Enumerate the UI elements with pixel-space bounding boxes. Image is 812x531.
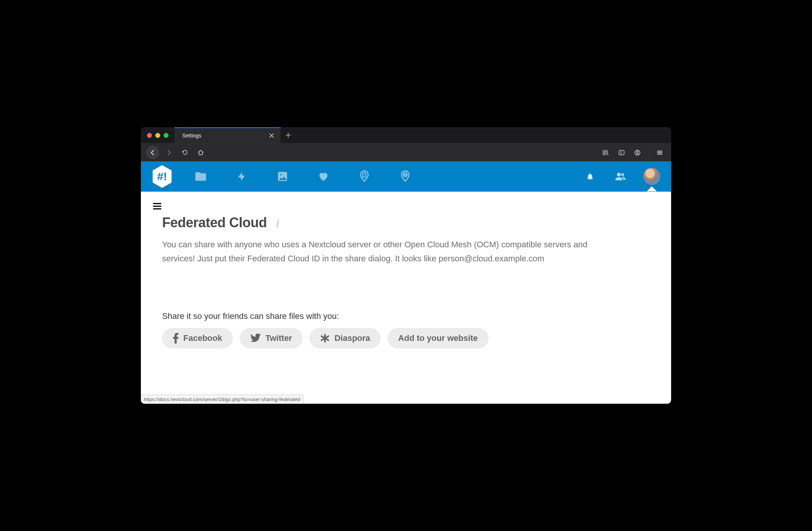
location-icon[interactable] xyxy=(357,169,372,184)
window-close-button[interactable] xyxy=(147,133,152,138)
activity-icon[interactable] xyxy=(234,169,249,184)
page-description: You can share with anyone who uses a Nex… xyxy=(151,231,598,266)
account-button[interactable] xyxy=(631,147,643,159)
share-buttons: Facebook Twitter Diaspora Add to your we… xyxy=(151,321,650,353)
app-logo[interactable]: #! xyxy=(151,164,173,189)
svg-point-3 xyxy=(637,151,639,153)
favorites-icon[interactable] xyxy=(316,169,331,184)
share-diaspora-label: Diaspora xyxy=(334,333,370,343)
diaspora-icon xyxy=(320,333,330,343)
new-tab-button[interactable] xyxy=(281,127,296,143)
notifications-icon[interactable] xyxy=(582,169,598,184)
analytics-icon[interactable] xyxy=(398,169,413,184)
app-header: #! xyxy=(141,161,671,192)
share-twitter-button[interactable]: Twitter xyxy=(240,328,303,348)
contacts-icon[interactable] xyxy=(613,169,628,184)
gallery-icon[interactable] xyxy=(275,169,290,184)
svg-rect-6 xyxy=(363,173,366,177)
share-facebook-label: Facebook xyxy=(183,333,222,343)
share-twitter-label: Twitter xyxy=(265,333,292,343)
window-controls xyxy=(141,127,175,143)
add-to-website-label: Add to your website xyxy=(398,333,478,343)
share-label: Share it so your friends can share files… xyxy=(151,311,650,321)
app-nav xyxy=(193,169,413,184)
section-heading: Federated Cloud i xyxy=(151,215,650,231)
library-button[interactable] xyxy=(600,147,612,159)
status-bar: https://docs.nextcloud.com/server/16/go.… xyxy=(141,395,303,404)
sidebar-button[interactable] xyxy=(615,147,628,159)
share-diaspora-button[interactable]: Diaspora xyxy=(309,328,381,348)
page-title: Federated Cloud xyxy=(162,215,267,231)
info-icon[interactable]: i xyxy=(276,217,280,229)
avatar[interactable] xyxy=(643,168,661,185)
settings-menu-button[interactable] xyxy=(151,199,164,213)
svg-text:#!: #! xyxy=(157,170,167,183)
files-icon[interactable] xyxy=(193,169,208,184)
browser-window: Settings xyxy=(141,127,671,404)
header-right xyxy=(582,168,661,185)
tab-title: Settings xyxy=(182,133,201,139)
svg-rect-0 xyxy=(619,150,624,155)
browser-toolbar xyxy=(141,143,671,161)
titlebar: Settings xyxy=(141,127,671,143)
forward-button[interactable] xyxy=(163,147,175,159)
add-to-website-button[interactable]: Add to your website xyxy=(387,328,488,348)
content-area: Federated Cloud i You can share with any… xyxy=(141,192,671,404)
window-maximize-button[interactable] xyxy=(164,133,169,138)
twitter-icon xyxy=(250,334,261,343)
facebook-icon xyxy=(173,333,179,344)
home-button[interactable] xyxy=(195,147,207,159)
share-facebook-button[interactable]: Facebook xyxy=(162,328,233,348)
browser-tab[interactable]: Settings xyxy=(175,127,281,143)
back-button[interactable] xyxy=(146,146,159,159)
window-minimize-button[interactable] xyxy=(155,133,160,138)
app-menu-button[interactable] xyxy=(654,147,666,159)
tab-close-button[interactable] xyxy=(268,132,275,140)
reload-button[interactable] xyxy=(179,147,191,159)
